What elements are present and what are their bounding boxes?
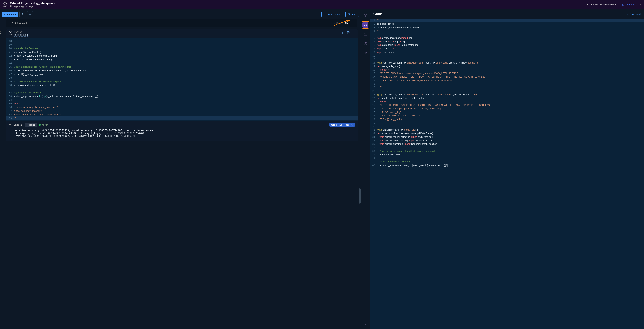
logs-tab[interactable]: Logs (2) [14,123,23,126]
close-icon[interactable]: ✕ [639,3,641,6]
dag-code-editor[interactable]: 1"""2dog_intelligence3DAG auto-generated… [370,19,644,329]
code-cell: A PYTHON model_task ⋮ [6,29,358,141]
project-title: Tutorial Project - dog_intelligence [10,1,586,5]
cell-footer: Logs (2) Results 7s run model_task (str) [6,121,358,129]
expand-icon[interactable] [362,323,368,329]
split-up-icon[interactable] [20,11,26,17]
run-duration-badge: 7s run [39,124,48,126]
branch-icon[interactable] [362,12,368,18]
calendar-icon[interactable] [362,31,368,37]
write-with-ai-button[interactable]: Write with AI [322,12,344,17]
commit-button[interactable]: Commit [619,2,636,7]
svg-point-1 [622,4,623,5]
cell-output: baseline accuracy: 0.5428571428571428, m… [6,129,358,141]
gear-icon[interactable] [362,41,368,47]
collapse-cell-icon[interactable] [0,31,2,35]
library-icon[interactable] [362,50,368,56]
svg-point-7 [366,14,366,15]
save-status: Last saved a minute ago [586,3,617,6]
callout-arrow [334,19,351,27]
split-down-icon[interactable] [27,11,33,17]
cell-code-editor[interactable]: 18)1920# standardize features21scaler = … [6,38,358,121]
side-rail [361,9,370,329]
brand-logo: A [3,2,7,7]
cell-container: A PYTHON model_task ⋮ [3,29,358,141]
svg-rect-9 [364,33,367,36]
output-type-badge[interactable]: model_task (str) [329,123,356,127]
svg-point-6 [364,14,365,15]
run-button[interactable]: Run [346,12,358,17]
svg-point-8 [365,16,366,16]
scrollbar[interactable] [359,188,361,204]
results-summary: 1-10 of 140 results [8,22,29,25]
download-button[interactable]: Download [626,13,640,15]
cell-brand-icon: A [9,31,12,35]
results-pager: 1-10 of 140 results ‹ Prev Next › [6,19,357,27]
notebook-pane: Add Cell Write with AI Run 1-10 [0,9,361,329]
code-panel-title: Code [374,12,626,16]
svg-point-10 [365,43,366,44]
add-cell-button[interactable]: Add Cell [2,12,18,17]
results-tab[interactable]: Results [25,123,37,127]
code-icon[interactable] [362,22,368,28]
cell-menu-icon[interactable]: ⋮ [352,31,356,35]
cell-name-input[interactable]: model_task [14,33,28,36]
add-below-icon[interactable] [341,31,344,35]
app-header: A Tutorial Project - dog_intelligence Al… [0,0,644,9]
project-subtitle: All dogs are good dogs! [10,5,586,8]
collapse-output-icon[interactable] [9,123,11,126]
run-cell-icon[interactable] [346,31,350,35]
cell-language-label: PYTHON [14,31,341,33]
notebook-toolbar: Add Cell Write with AI Run [0,9,361,19]
code-panel: Code Download 1"""2dog_intelligence3DAG … [370,9,644,329]
